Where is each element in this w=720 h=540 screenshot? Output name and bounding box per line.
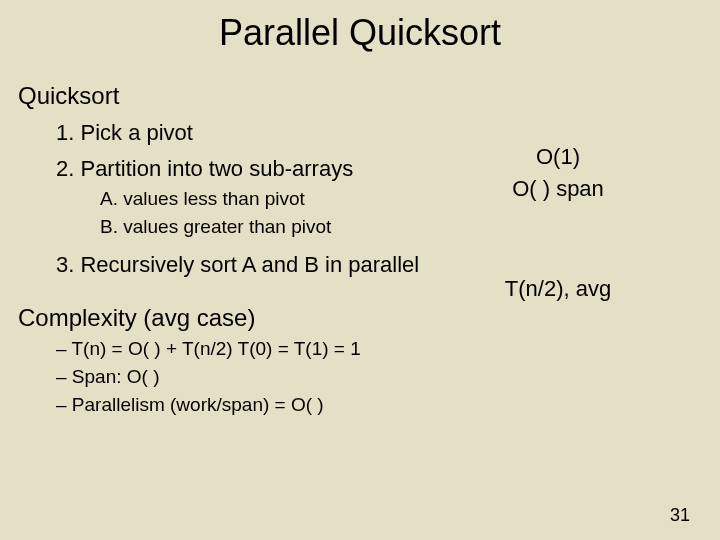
step-2b: B. values greater than pivot [100, 216, 720, 238]
step-1: 1. Pick a pivot [56, 120, 720, 146]
section-complexity: Complexity (avg case) [18, 304, 720, 332]
slide-title: Parallel Quicksort [0, 0, 720, 54]
slide: Parallel Quicksort Quicksort 1. Pick a p… [0, 0, 720, 540]
page-number: 31 [670, 505, 690, 526]
complexity-line-2: – Span: O( ) [56, 366, 720, 388]
note-ospan: O( ) span [468, 176, 648, 202]
complexity-line-1: – T(n) = O( ) + T(n/2) T(0) = T(1) = 1 [56, 338, 720, 360]
step-3: 3. Recursively sort A and B in parallel [56, 252, 720, 278]
complexity-line-3: – Parallelism (work/span) = O( ) [56, 394, 720, 416]
note-o1: O(1) [468, 144, 648, 170]
section-quicksort: Quicksort [18, 82, 720, 110]
note-tn2: T(n/2), avg [468, 276, 648, 302]
